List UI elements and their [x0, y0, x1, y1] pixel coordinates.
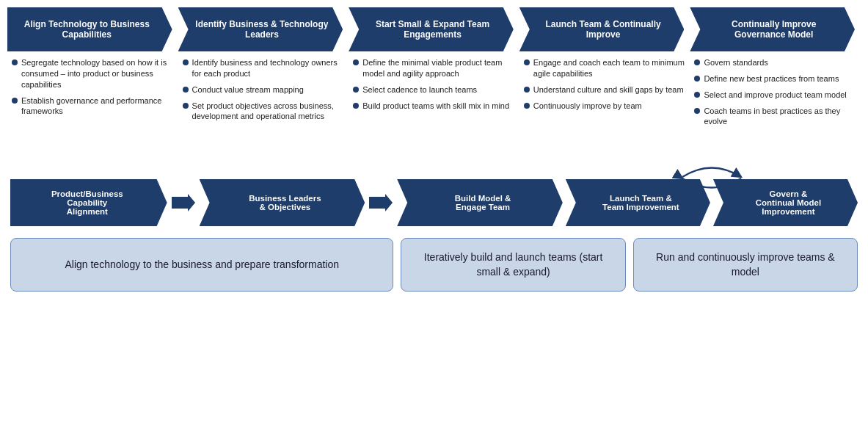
bullet-item: Select and improve product team model — [694, 90, 856, 101]
bullet-item: Identify business and technology owners … — [183, 57, 345, 79]
chevron-header-0: Align Technology to Business Capabilitie… — [7, 7, 172, 51]
bullet-text: Define new best practices from teams — [704, 73, 839, 84]
chevron-body-0: Segregate technology based on how it is … — [7, 51, 178, 169]
bullet-text: Set product objectives across business, … — [192, 101, 345, 123]
arrow-process-row: Product/Business Capability AlignmentBus… — [7, 179, 861, 226]
arrow-box-2: Build Model & Engage Team — [397, 179, 563, 226]
bottom-box-1: Iteratively build and launch teams (star… — [401, 238, 625, 292]
bottom-box-0: Align technology to the business and pre… — [10, 238, 393, 292]
last-arrow-group: Launch Team & Team ImprovementGovern & C… — [566, 179, 858, 226]
bullet-dot-icon — [353, 87, 359, 93]
bullet-item: Continuously improve by team — [524, 101, 686, 112]
bullet-dot-icon — [183, 59, 189, 65]
bullet-item: Select cadence to launch teams — [353, 84, 515, 95]
bullet-item: Conduct value stream mapping — [183, 84, 345, 95]
bullet-item: Segregate technology based on how it is … — [12, 57, 174, 90]
chevron-body-3: Engage and coach each team to minimum ag… — [519, 51, 690, 169]
bullet-dot-icon — [12, 98, 18, 104]
bullet-dot-icon — [694, 76, 700, 82]
chevron-item-3: Launch Team & Continually ImproveEngage … — [519, 7, 690, 169]
bullet-text: Segregate technology based on how it is … — [21, 57, 174, 90]
circular-arrows-icon — [668, 159, 756, 195]
arrow-box-1: Business Leaders & Objectives — [200, 179, 365, 226]
bullet-text: Build product teams with skill mix in mi… — [362, 101, 509, 112]
chevron-header-2: Start Small & Expand Team Engagements — [349, 7, 514, 51]
bullet-text: Coach teams in best practices as they ev… — [704, 106, 856, 128]
bullet-dot-icon — [183, 87, 189, 93]
chevron-item-0: Align Technology to Business Capabilitie… — [7, 7, 178, 169]
bullet-dot-icon — [694, 108, 700, 114]
bullet-text: Select cadence to launch teams — [362, 84, 477, 95]
chevron-header-1: Identify Business & Technology Leaders — [178, 7, 343, 51]
bullet-text: Select and improve product team model — [704, 90, 846, 101]
cycle-boxes-row: Launch Team & Team ImprovementGovern & C… — [566, 179, 858, 226]
bullet-dot-icon — [694, 59, 700, 65]
chevron-process-row: Align Technology to Business Capabilitie… — [7, 7, 861, 169]
bullet-dot-icon — [524, 59, 530, 65]
bottom-summary-row: Align technology to the business and pre… — [7, 238, 861, 292]
bullet-item: Coach teams in best practices as they ev… — [694, 106, 856, 128]
bottom-box-2: Run and continuously improve teams & mod… — [633, 238, 858, 292]
bullet-dot-icon — [12, 59, 18, 65]
arrow-box-0: Product/Business Capability Alignment — [10, 179, 167, 226]
bullet-text: Establish governance and performance fra… — [21, 95, 174, 117]
bullet-item: Understand culture and skill gaps by tea… — [524, 84, 686, 95]
chevron-body-1: Identify business and technology owners … — [178, 51, 349, 169]
bullet-item: Build product teams with skill mix in mi… — [353, 101, 515, 112]
bullet-text: Understand culture and skill gaps by tea… — [533, 84, 684, 95]
chevron-body-2: Define the minimal viable product team m… — [349, 51, 519, 169]
svg-marker-0 — [172, 194, 195, 211]
bullet-text: Define the minimal viable product team m… — [362, 57, 515, 79]
chevron-header-3: Launch Team & Continually Improve — [519, 7, 685, 51]
bullet-text: Conduct value stream mapping — [192, 84, 304, 95]
bullet-dot-icon — [353, 59, 359, 65]
bullet-text: Identify business and technology owners … — [192, 57, 345, 79]
bullet-dot-icon — [694, 92, 700, 98]
arrow-connector-icon — [368, 194, 394, 211]
chevron-item-4: Continually Improve Governance ModelGove… — [690, 7, 861, 169]
bullet-text: Engage and coach each team to minimum ag… — [533, 57, 686, 79]
svg-marker-1 — [369, 194, 393, 211]
bullet-item: Set product objectives across business, … — [183, 101, 345, 123]
cycle-boxes-container: Launch Team & Team ImprovementGovern & C… — [566, 179, 858, 226]
chevron-header-4: Continually Improve Governance Model — [690, 7, 855, 51]
arrow-connector-icon — [170, 194, 197, 211]
bullet-item: Govern standards — [694, 57, 856, 68]
bullet-dot-icon — [524, 103, 530, 109]
bullet-item: Define new best practices from teams — [694, 73, 856, 84]
bullet-dot-icon — [183, 103, 189, 109]
bullet-dot-icon — [524, 87, 530, 93]
bullet-item: Define the minimal viable product team m… — [353, 57, 515, 79]
bullet-text: Govern standards — [704, 57, 767, 68]
bullet-dot-icon — [353, 103, 359, 109]
bullet-text: Continuously improve by team — [533, 101, 642, 112]
bullet-item: Engage and coach each team to minimum ag… — [524, 57, 686, 79]
chevron-item-2: Start Small & Expand Team EngagementsDef… — [349, 7, 519, 169]
chevron-item-1: Identify Business & Technology LeadersId… — [178, 7, 349, 169]
bullet-item: Establish governance and performance fra… — [12, 95, 174, 117]
chevron-body-4: Govern standardsDefine new best practice… — [690, 51, 861, 169]
